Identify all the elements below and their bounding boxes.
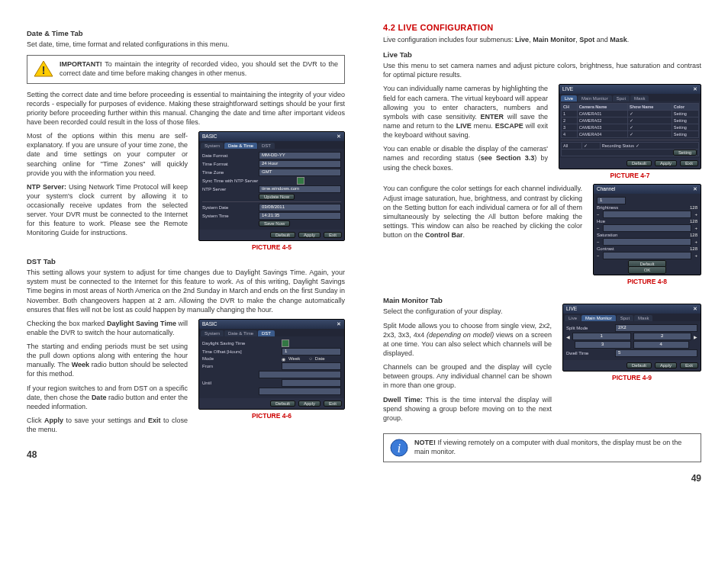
close-icon[interactable]: ✕ [337,321,341,327]
exit-button[interactable]: Exit [324,232,342,238]
system-time-field[interactable]: 14:21:35 [259,212,341,220]
apply-button[interactable]: Apply [298,232,321,238]
setting-button[interactable]: Setting [672,117,698,124]
ss47-tab-mask[interactable]: Mask [630,95,649,101]
ch-field[interactable]: 4 [633,341,690,349]
ok-button[interactable]: OK [628,266,667,274]
default-button[interactable]: Default [627,362,652,368]
ss45-tab-system[interactable]: System [201,143,224,149]
close-icon[interactable]: ✕ [693,86,697,92]
setting-button[interactable]: Setting [672,124,698,131]
next-icon[interactable]: ▶ [694,334,697,339]
ss47-tab-spot[interactable]: Spot [613,95,630,101]
caption-4-9: PICTURE 4-9 [562,374,701,381]
brightness-slider[interactable] [603,211,692,218]
setting-button[interactable]: Setting [672,131,698,138]
contrast-label: Contrast [597,246,639,251]
apply-button[interactable]: Apply [655,160,677,166]
time-format-field[interactable]: 24 Hour [259,160,341,168]
ss46-tab-dst[interactable]: DST [258,330,275,336]
ntp-server-field[interactable]: time.windows.com [259,185,341,193]
contrast-slider[interactable] [603,252,692,259]
exit-button[interactable]: Exit [680,160,698,166]
plus-icon[interactable]: + [694,240,697,244]
exit-button[interactable]: Exit [324,401,342,407]
minus-icon[interactable]: − [597,212,600,217]
dwell-time-field[interactable]: 5 [615,349,697,357]
default-button[interactable]: Default [270,401,295,407]
default-button[interactable]: Default [270,232,295,238]
exit-button[interactable]: Exit [680,362,698,368]
prev-icon[interactable]: ◀ [566,334,570,339]
ch-field[interactable]: 3 [575,341,631,349]
apply-button[interactable]: Apply [298,401,321,407]
close-icon[interactable]: ✕ [693,306,697,312]
update-now-button[interactable]: Update Now [259,194,295,200]
minus-icon[interactable]: − [597,226,600,230]
camera-name-field[interactable]: CAMERA02 [577,117,627,124]
table-cell: 3 [562,124,578,131]
date-radio[interactable]: ○ [309,356,312,361]
ss49-tab-mask[interactable]: Mask [634,315,652,321]
plus-icon[interactable]: + [694,212,697,217]
ss47-tab-live[interactable]: Live [561,95,577,101]
mm-paragraph-3: Channels can be grouped and the display … [383,362,552,390]
save-now-button[interactable]: Save Now [259,220,290,227]
channel-field[interactable]: 1 [597,197,626,204]
show-name-checkbox[interactable]: ✓ [628,124,672,131]
show-name-checkbox[interactable]: ✓ [628,111,672,117]
hue-slider[interactable] [603,224,692,232]
until-field-2[interactable] [259,388,341,395]
ntp-text: Using Network Time Protocol will keep yo… [27,183,188,237]
close-icon[interactable]: ✕ [337,134,341,140]
ss49-tab-spot[interactable]: Spot [617,315,633,321]
from-field-2[interactable] [259,371,341,378]
camera-name-field[interactable]: CAMERA01 [577,111,627,117]
main-monitor-heading: Main Monitor Tab [383,296,552,304]
minus-icon[interactable]: − [597,240,600,244]
important-label: IMPORTANT! [60,60,102,68]
close-icon[interactable]: ✕ [693,186,697,192]
apply-button[interactable]: Apply [655,362,677,368]
camera-name-field[interactable]: CAMERA03 [577,124,627,131]
split-mode-field[interactable]: 2X2 [615,324,697,332]
week-radio-label: Week [288,356,300,361]
all-setting-button[interactable]: Setting [673,150,697,156]
th-show: Show Name [628,104,672,111]
ss49-tab-main[interactable]: Main Monitor [581,315,616,321]
time-zone-field[interactable]: GMT [259,169,341,176]
ss-label: Time Format [202,162,256,166]
ss-label: Date Format [202,153,256,158]
setting-button[interactable]: Setting [672,111,698,117]
ch-field[interactable]: 1 [572,333,631,340]
all-checkbox[interactable]: ✓ [581,143,600,150]
recording-status-checkbox[interactable]: Recording Status ✓ [600,143,698,150]
ss49-tab-live[interactable]: Live [565,315,581,321]
dst-paragraph-3: The starting and ending periods must be … [27,342,188,379]
ss-label: System Time [202,214,256,218]
dst-checkbox[interactable] [282,339,289,347]
show-name-checkbox[interactable]: ✓ [628,131,672,138]
ss47-tab-main[interactable]: Main Monitor [578,95,612,101]
ss46-tab-datetime[interactable]: Date & Time [224,330,257,336]
plus-icon[interactable]: + [694,253,697,258]
ss45-tab-dst[interactable]: DST [258,143,275,149]
offset-field[interactable]: 1 [282,348,341,355]
saturation-slider[interactable] [603,238,692,246]
from-field[interactable] [282,362,341,370]
default-button[interactable]: Default [627,160,652,166]
page-number-left: 48 [27,449,345,460]
ss46-tab-system[interactable]: System [201,330,224,336]
system-date-field[interactable]: 03/08/2011 [259,204,341,211]
date-format-field[interactable]: MM-DD-YY [259,152,341,159]
until-field[interactable] [282,379,341,387]
minus-icon[interactable]: − [597,253,600,258]
ntp-checkbox[interactable] [297,177,304,185]
week-radio[interactable]: ◉ [282,356,285,362]
camera-name-field[interactable]: CAMERA04 [577,131,627,138]
plus-icon[interactable]: + [694,226,697,230]
ss45-tab-datetime[interactable]: Date & Time [224,143,257,149]
show-name-checkbox[interactable]: ✓ [628,117,672,124]
svg-text:i: i [398,442,401,455]
ch-field[interactable]: 2 [633,333,692,340]
